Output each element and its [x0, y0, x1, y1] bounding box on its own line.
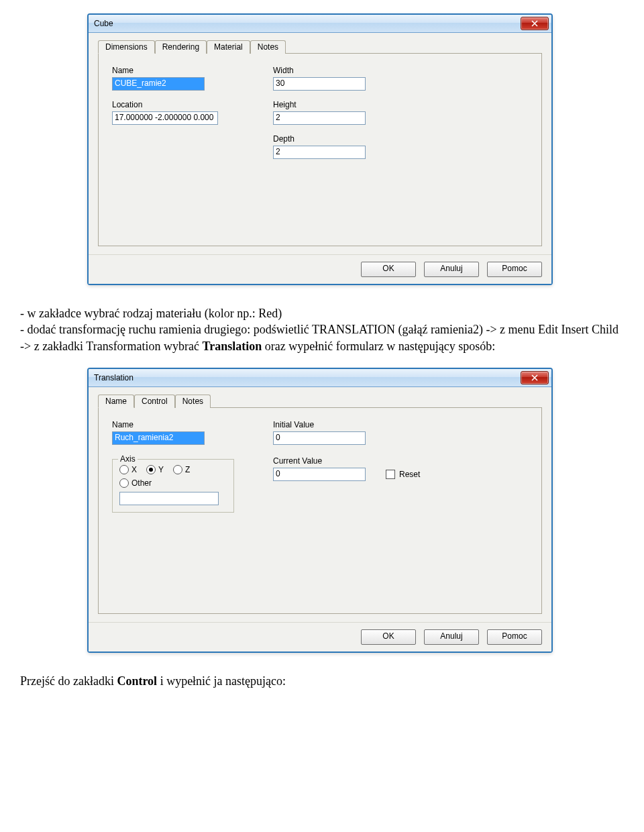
current-value-label: Current Value: [273, 456, 434, 466]
name-input[interactable]: CUBE_ramie2: [112, 77, 205, 91]
bullet-material: - w zakładce wybrać rodzaj materiału (ko…: [20, 305, 624, 321]
tab-bar: Dimensions Rendering Material Notes: [98, 40, 542, 54]
help-button[interactable]: Pomoc: [487, 262, 542, 277]
name-input[interactable]: Ruch_ramienia2: [112, 431, 205, 445]
p2a: Przejść do zakładki: [20, 674, 117, 688]
tab-material[interactable]: Material: [207, 40, 250, 54]
axis-other-radio[interactable]: Other: [119, 478, 152, 488]
titlebar[interactable]: Translation: [89, 369, 551, 387]
close-button[interactable]: [521, 17, 549, 30]
button-row: OK Anuluj Pomoc: [89, 254, 551, 284]
cube-dialog: Cube Dimensions Rendering Material Notes…: [87, 13, 553, 285]
tab-control[interactable]: Control: [134, 395, 175, 408]
titlebar[interactable]: Cube: [89, 15, 551, 33]
depth-input[interactable]: 2: [273, 146, 366, 159]
translation-dialog: Translation Name Control Notes Name Ruch…: [87, 368, 553, 653]
checkbox-icon: [386, 470, 395, 479]
help-button[interactable]: Pomoc: [487, 629, 542, 645]
tab-dimensions[interactable]: Dimensions: [98, 40, 155, 54]
axis-other-input[interactable]: [119, 492, 219, 505]
instruction-text-2: Przejść do zakładki Control i wypełnić j…: [20, 673, 624, 689]
axis-x-radio[interactable]: X: [119, 465, 137, 474]
axis-y-radio[interactable]: Y: [146, 465, 164, 474]
ok-button[interactable]: OK: [361, 262, 416, 277]
tab-bar: Name Control Notes: [98, 394, 542, 408]
axis-z-label: Z: [185, 465, 190, 474]
tab-notes[interactable]: Notes: [175, 395, 211, 408]
tab-rendering[interactable]: Rendering: [155, 40, 207, 54]
cancel-button[interactable]: Anuluj: [424, 262, 479, 277]
p2c: i wypełnić ja następująco:: [157, 674, 286, 688]
window-title: Cube: [94, 19, 521, 28]
radio-icon: [119, 465, 129, 474]
cancel-button[interactable]: Anuluj: [424, 629, 479, 645]
tab-notes[interactable]: Notes: [250, 40, 286, 54]
radio-icon: [146, 465, 156, 474]
width-input[interactable]: 30: [273, 77, 366, 91]
initial-value-input[interactable]: 0: [273, 431, 366, 445]
button-row: OK Anuluj Pomoc: [89, 622, 551, 652]
radio-icon: [173, 465, 182, 474]
initial-value-label: Initial Value: [273, 420, 434, 429]
bullet-transform-b: Translation: [203, 340, 262, 353]
width-label: Width: [273, 66, 400, 75]
name-label: Name: [112, 420, 239, 429]
location-label: Location: [112, 100, 239, 109]
tab-name[interactable]: Name: [98, 395, 134, 408]
name-label: Name: [112, 66, 239, 75]
axis-group: Axis X Y Z Other: [112, 459, 234, 513]
ok-button[interactable]: OK: [361, 629, 416, 645]
current-value-input[interactable]: 0: [273, 468, 366, 481]
radio-icon: [119, 478, 129, 488]
reset-checkbox[interactable]: Reset: [386, 470, 420, 479]
reset-label: Reset: [399, 470, 420, 479]
close-icon: [531, 374, 538, 381]
close-icon: [531, 20, 538, 27]
axis-group-label: Axis: [118, 454, 138, 464]
height-label: Height: [273, 100, 400, 109]
axis-y-label: Y: [158, 465, 164, 474]
tab-panel-dimensions: Name CUBE_ramie2 Width 30 Location 17.00…: [98, 54, 542, 246]
tab-panel-name: Name Ruch_ramienia2 Axis X Y Z Other: [98, 408, 542, 614]
window-title: Translation: [94, 373, 521, 382]
height-input[interactable]: 2: [273, 111, 366, 125]
axis-other-label: Other: [131, 478, 152, 488]
depth-label: Depth: [273, 134, 400, 144]
axis-x-label: X: [131, 465, 137, 474]
instruction-text-1: - w zakładce wybrać rodzaj materiału (ko…: [20, 305, 624, 354]
bullet-transform-c: oraz wypełnić formularz w następujący sp…: [262, 340, 495, 353]
location-input[interactable]: 17.000000 -2.000000 0.000: [112, 111, 218, 125]
p2b: Control: [117, 674, 157, 688]
close-button[interactable]: [521, 371, 549, 384]
axis-z-radio[interactable]: Z: [173, 465, 190, 474]
